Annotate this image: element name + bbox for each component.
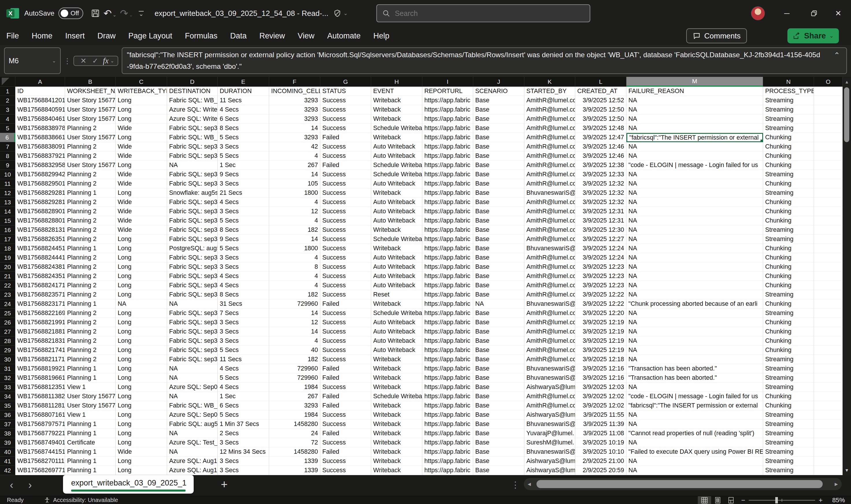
cell-L6[interactable]: 3/9/2025 12:47: [575, 133, 626, 142]
cell-C10[interactable]: Wide: [116, 170, 167, 179]
row-header-36[interactable]: 36: [0, 410, 15, 420]
cell-E9[interactable]: 1 Sec: [218, 161, 269, 170]
cell-B14[interactable]: Planning 2: [65, 207, 116, 216]
cell-O39[interactable]: [814, 438, 843, 447]
cell-B34[interactable]: User Story 15677: [65, 392, 116, 401]
header-cell-A1[interactable]: ID: [15, 87, 65, 96]
cell-J32[interactable]: Base: [473, 373, 525, 383]
cell-E28[interactable]: 3 Secs: [218, 336, 269, 346]
header-cell-O1[interactable]: [814, 87, 843, 96]
cell-O38[interactable]: [814, 429, 843, 438]
cell-G31[interactable]: Failed: [320, 364, 371, 373]
cell-C22[interactable]: Long: [116, 281, 167, 290]
cell-E2[interactable]: 11 Secs: [218, 96, 269, 105]
cell-L26[interactable]: 3/9/2025 12:19: [575, 318, 626, 327]
cell-D26[interactable]: Fabric SQL: sep30: [167, 318, 218, 327]
cell-J37[interactable]: Base: [473, 420, 525, 429]
cell-M18[interactable]: NA: [626, 244, 763, 253]
cell-N40[interactable]: Streaming: [763, 447, 814, 456]
cell-I14[interactable]: https://app.fabric: [422, 207, 473, 216]
cell-N34[interactable]: Chunking: [763, 392, 814, 401]
cell-H36[interactable]: Writeback: [371, 410, 422, 420]
cell-B32[interactable]: Planning 1: [65, 373, 116, 383]
cell-K31[interactable]: BhuvaneswariS@: [525, 364, 575, 373]
cell-H39[interactable]: Writeback: [371, 438, 422, 447]
cell-I38[interactable]: https://app.fabric: [422, 429, 473, 438]
save-button[interactable]: [91, 9, 100, 18]
cell-C37[interactable]: Long: [116, 420, 167, 429]
cell-D38[interactable]: NA: [167, 429, 218, 438]
cell-B26[interactable]: Planning 2: [65, 318, 116, 327]
row-header-10[interactable]: 10: [0, 170, 15, 179]
cell-B7[interactable]: Planning 2: [65, 142, 116, 151]
cell-G27[interactable]: Success: [320, 327, 371, 336]
cell-O32[interactable]: [814, 373, 843, 383]
cell-I41[interactable]: https://app.fabric: [422, 456, 473, 466]
cell-F14[interactable]: 12: [269, 207, 320, 216]
cell-N39[interactable]: Streaming: [763, 438, 814, 447]
cell-N30[interactable]: Streaming: [763, 355, 814, 364]
cell-I18[interactable]: https://app.fabric: [422, 244, 473, 253]
excel-app-icon[interactable]: X: [6, 7, 19, 20]
row-header-26[interactable]: 26: [0, 318, 15, 327]
cell-A23[interactable]: WB17568823571: [15, 290, 65, 300]
cell-L4[interactable]: 3/9/2025 12:50: [575, 114, 626, 124]
horizontal-scroll-track[interactable]: [535, 478, 831, 490]
row-header-12[interactable]: 12: [0, 188, 15, 198]
insert-function-icon[interactable]: fx: [103, 56, 109, 65]
cell-M15[interactable]: NA: [626, 216, 763, 226]
scroll-left-icon[interactable]: ◂: [524, 480, 535, 488]
cell-L27[interactable]: 3/9/2025 12:19: [575, 327, 626, 336]
cell-F19[interactable]: 4: [269, 253, 320, 263]
cell-H20[interactable]: Auto Writeback: [371, 263, 422, 272]
cell-M6[interactable]: "fabricsql":"The INSERT permission or ex…: [626, 133, 763, 142]
cell-G7[interactable]: Success: [320, 142, 371, 151]
cell-O15[interactable]: [814, 216, 843, 226]
cell-G40[interactable]: Failed: [320, 447, 371, 456]
cell-B35[interactable]: User Story 15677: [65, 401, 116, 410]
cell-B17[interactable]: Planning 2: [65, 235, 116, 244]
cell-K9[interactable]: AmithR@lumel.co: [525, 161, 575, 170]
cell-A4[interactable]: WB17568840461: [15, 114, 65, 124]
column-header-A[interactable]: A: [15, 77, 65, 87]
cell-F38[interactable]: 24: [269, 429, 320, 438]
cell-L32[interactable]: 3/9/2025 12:16: [575, 373, 626, 383]
cell-C40[interactable]: Wide: [116, 447, 167, 456]
cell-D2[interactable]: Fabric SQL: WB_U: [167, 96, 218, 105]
cell-L16[interactable]: 3/9/2025 12:30: [575, 226, 626, 235]
cell-G26[interactable]: Success: [320, 318, 371, 327]
cell-E16[interactable]: 8 Secs: [218, 226, 269, 235]
cell-C38[interactable]: Long: [116, 429, 167, 438]
cell-N6[interactable]: Chunking: [763, 133, 814, 142]
cell-M31[interactable]: "Transaction has been aborted.": [626, 364, 763, 373]
cell-K21[interactable]: AmithR@lumel.co: [525, 272, 575, 281]
cell-I4[interactable]: https://app.fabric: [422, 114, 473, 124]
vertical-scroll-thumb[interactable]: [844, 87, 849, 142]
cell-I23[interactable]: https://app.fabric: [422, 290, 473, 300]
cell-D6[interactable]: Fabric SQL: WB_U: [167, 133, 218, 142]
cell-B6[interactable]: User Story 15677: [65, 133, 116, 142]
header-cell-G1[interactable]: STATUS: [320, 87, 371, 96]
select-all-corner[interactable]: [0, 77, 15, 87]
cell-D12[interactable]: Snowflake: aug5s: [167, 188, 218, 198]
cell-N41[interactable]: Streaming: [763, 456, 814, 466]
row-header-14[interactable]: 14: [0, 207, 15, 216]
cell-C28[interactable]: Long: [116, 336, 167, 346]
cell-A3[interactable]: WB17568840591: [15, 105, 65, 114]
menu-home[interactable]: Home: [32, 32, 53, 40]
cell-D3[interactable]: Azure SQL: Writeb: [167, 105, 218, 114]
cell-E3[interactable]: 4 Secs: [218, 105, 269, 114]
cell-H29[interactable]: Auto Writeback: [371, 346, 422, 355]
cell-A20[interactable]: WB17568824381: [15, 263, 65, 272]
cell-I15[interactable]: https://app.fabric: [422, 216, 473, 226]
selection-fill-handle[interactable]: [760, 139, 763, 142]
cell-F40[interactable]: 1458280: [269, 447, 320, 456]
cell-G3[interactable]: Success: [320, 105, 371, 114]
cell-N2[interactable]: Streaming: [763, 96, 814, 105]
cell-J13[interactable]: Base: [473, 198, 525, 207]
cell-L23[interactable]: 3/9/2025 12:22: [575, 290, 626, 300]
cell-K41[interactable]: AishwaryaS@lum: [525, 456, 575, 466]
row-header-22[interactable]: 22: [0, 281, 15, 290]
cell-M41[interactable]: NA: [626, 456, 763, 466]
cell-F7[interactable]: 42: [269, 142, 320, 151]
